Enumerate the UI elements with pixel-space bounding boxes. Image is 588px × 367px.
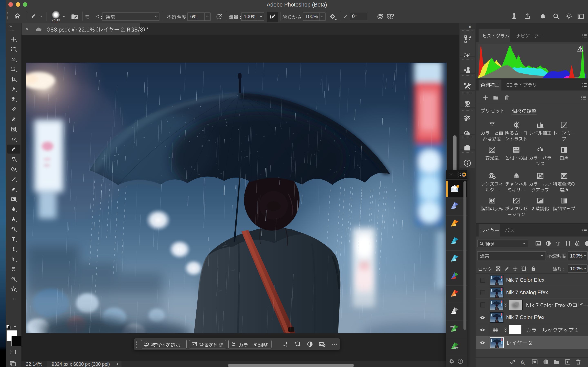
svg-text:fx: fx <box>521 359 525 365</box>
svg-text:?: ? <box>459 360 461 363</box>
